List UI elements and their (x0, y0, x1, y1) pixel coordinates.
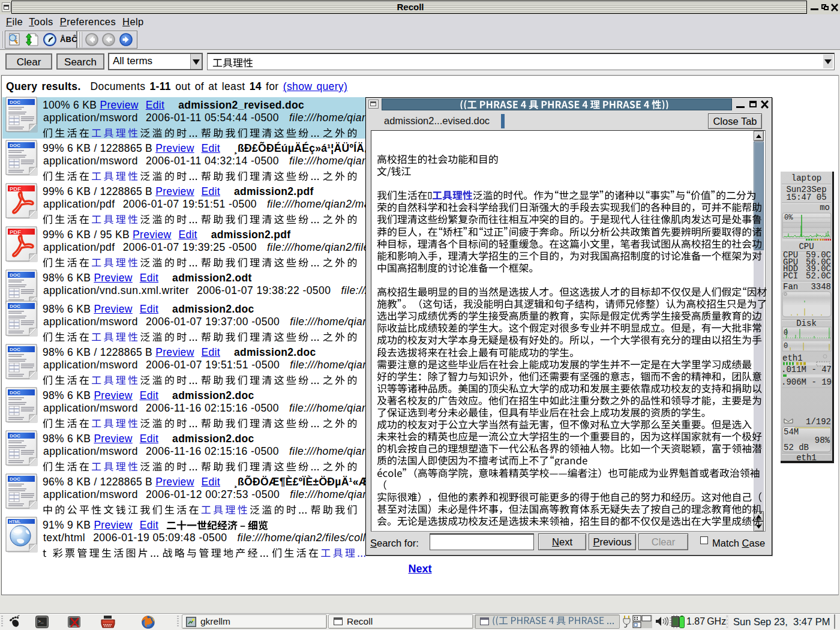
svg-text:98%: 98% (815, 436, 830, 445)
svg-text:0%: 0% (784, 214, 793, 222)
svg-text:3348: 3348 (811, 282, 831, 292)
svg-text:0: 0 (784, 329, 788, 337)
svg-text:.906M - 190.: .906M - 190. (781, 377, 835, 387)
svg-text:mo: mo (820, 203, 830, 212)
svg-text:0: 0 (784, 342, 788, 350)
svg-text:52.0C: 52.0C (806, 271, 831, 281)
svg-text:54M: 54M (784, 427, 799, 437)
svg-text:52 dB: 52 dB (784, 443, 809, 452)
svg-text:.011M - 47.7: .011M - 47.7 (781, 365, 835, 374)
svg-text:eth1: eth1 (782, 353, 803, 363)
svg-text:15:47 05: 15:47 05 (786, 193, 826, 202)
svg-text:>_: >_ (38, 619, 44, 624)
svg-text:1/192: 1/192 (806, 417, 831, 427)
svg-text:Fan: Fan (783, 282, 798, 292)
svg-text:laptop: laptop (791, 173, 821, 183)
svg-text:PCI: PCI (783, 271, 798, 281)
